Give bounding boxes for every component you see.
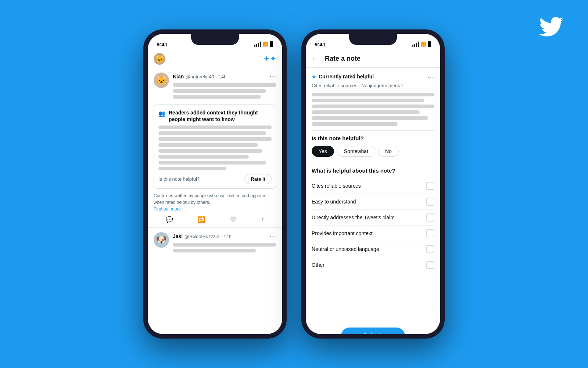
tweet-2-time: 14h (223, 234, 232, 239)
option-no[interactable]: No (378, 146, 399, 157)
checkbox-3[interactable] (426, 213, 434, 222)
tweet-1-username: Kian (173, 74, 184, 79)
star-icon: ★ (312, 74, 316, 79)
notch-1 (191, 34, 239, 45)
checkbox-5[interactable] (426, 245, 434, 253)
tweet-1-dot: · (216, 74, 219, 79)
battery-icon-2: ▊ (428, 42, 431, 47)
rate-header: ← Rate a note (306, 50, 440, 68)
note-card-title: Readers added context they thought peopl… (169, 109, 272, 123)
tweet-1-actions: 💬 🔁 🤍 ↑ (154, 216, 276, 223)
retweet-icon[interactable]: 🔁 (198, 216, 205, 223)
checkbox-6[interactable] (426, 261, 434, 269)
comment-icon[interactable]: 💬 (166, 216, 173, 223)
checkbox-label-5: Neutral or unbiased language (312, 246, 379, 252)
divider-1 (312, 130, 434, 131)
currently-rated-left: ★ Currently rated helpful (312, 74, 374, 79)
signal-bars-2 (412, 42, 419, 47)
tweet-2-user-info: Jasi @SweetSuzzzie · 14h (173, 233, 232, 240)
checkbox-item-3: Directly addresses the Tweet's claim (312, 210, 434, 226)
note-skeleton (158, 125, 272, 170)
feed-avatar: 🐱 (154, 53, 165, 65)
rate-page: ← Rate a note ★ Currently rated helpful … (306, 50, 440, 334)
like-icon[interactable]: 🤍 (229, 216, 237, 223)
tweet-2-username: Jasi (173, 233, 183, 239)
note-footer: Is this note helpful? Rate it (158, 174, 272, 184)
tweet-1-meta: Kian @naturelvr49 · 14h ··· (173, 72, 276, 101)
tweet-1-handle: @naturelvr49 (186, 74, 214, 79)
phone-2: 9:41 📶 ▊ ← Rate a note (301, 29, 445, 339)
share-icon[interactable]: ↑ (261, 216, 264, 223)
phone-1-screen: 9:41 📶 ▊ 🐱 ✦✦ 🐱 (148, 34, 282, 334)
phone-1: 9:41 📶 ▊ 🐱 ✦✦ 🐱 (143, 29, 287, 339)
tweet-1: 🐱 Kian @naturelvr49 · 14h ··· (148, 68, 282, 228)
tweet-2-meta: Jasi @SweetSuzzzie · 14h ··· (173, 232, 276, 255)
battery-icon-1: ▊ (270, 42, 273, 47)
rated-sub: Cites reliable sources · Nonjudgemementa… (312, 83, 434, 88)
note-body-skeleton (312, 93, 434, 126)
checkbox-label-1: Cites reliable sources (312, 183, 361, 189)
what-helpful-question: What is helpful about this note? (312, 167, 434, 174)
notch-2 (349, 34, 397, 45)
phone-2-screen: 9:41 📶 ▊ ← Rate a note (306, 34, 440, 334)
rate-title: Rate a note (325, 55, 361, 63)
tweet-2: 🐶 Jasi @SweetSuzzzie · 14h ··· (148, 228, 282, 259)
tweet-1-dots[interactable]: ··· (270, 72, 276, 80)
rate-it-button[interactable]: Rate it (244, 174, 272, 184)
signal-bars-1 (254, 42, 261, 47)
back-button[interactable]: ← (312, 54, 319, 63)
status-time-1: 9:41 (157, 41, 168, 47)
checkbox-4[interactable] (426, 229, 434, 237)
note-card-header: 👥 Readers added context they thought peo… (158, 109, 272, 123)
divider-2 (312, 163, 434, 163)
checkbox-1[interactable] (426, 182, 434, 190)
phone-container: 9:41 📶 ▊ 🐱 ✦✦ 🐱 (143, 29, 445, 339)
tweet-1-header: 🐱 Kian @naturelvr49 · 14h ··· (154, 72, 276, 101)
sparkle-icon[interactable]: ✦✦ (263, 54, 276, 64)
find-out-more-link[interactable]: Find out more (154, 206, 181, 212)
checkbox-label-6: Other (312, 262, 325, 268)
tweet-2-user-line: Jasi @SweetSuzzzie · 14h ··· (173, 232, 276, 240)
twitter-logo (537, 15, 566, 39)
community-note-card: 👥 Readers added context they thought peo… (154, 105, 276, 189)
tweet-1-time: 14h (219, 74, 227, 79)
wifi-icon-1: 📶 (263, 42, 268, 47)
checkbox-list: Cites reliable sources Easy to understan… (312, 178, 434, 273)
currently-rated-row: ★ Currently rated helpful ··· (312, 74, 434, 81)
option-yes[interactable]: Yes (312, 146, 334, 157)
checkbox-label-3: Directly addresses the Tweet's claim (312, 215, 395, 220)
submit-area: Submit (306, 322, 440, 334)
rated-dots[interactable]: ··· (428, 74, 434, 81)
option-somewhat[interactable]: Somewhat (337, 146, 375, 157)
checkbox-2[interactable] (426, 198, 434, 206)
wifi-icon-2: 📶 (421, 42, 426, 47)
tweet-1-user-info: Kian @naturelvr49 · 14h (173, 73, 226, 80)
helpful-options: Yes Somewhat No (312, 146, 434, 157)
tweet-1-skeleton (173, 83, 276, 101)
checkbox-label-2: Easy to understand (312, 199, 356, 205)
submit-button[interactable]: Submit (341, 328, 405, 334)
checkbox-item-2: Easy to understand (312, 194, 434, 210)
feed-header: 🐱 ✦✦ (148, 50, 282, 68)
tweet-1-user-line: Kian @naturelvr49 · 14h ··· (173, 72, 276, 80)
note-helpful-label: Is this note helpful? (158, 176, 200, 182)
checkbox-label-4: Provides important context (312, 230, 373, 236)
tweet-1-avatar: 🐱 (154, 72, 169, 88)
tweet-2-skeleton (173, 243, 276, 255)
tweet-2-handle: @SweetSuzzzie (184, 234, 219, 239)
readers-icon: 👥 (158, 110, 166, 117)
feed-cat-icon: 🐱 (155, 54, 164, 63)
rated-label: Currently rated helpful (319, 74, 374, 79)
rate-content: ★ Currently rated helpful ··· Cites reli… (306, 68, 440, 322)
helpful-question: Is this note helpful? (312, 135, 434, 141)
checkbox-item-4: Provides important context (312, 226, 434, 241)
checkbox-item-1: Cites reliable sources (312, 178, 434, 194)
context-text: Context is written by people who use Twi… (154, 192, 276, 212)
status-icons-2: 📶 ▊ (412, 42, 431, 47)
status-time-2: 9:41 (315, 41, 326, 47)
checkbox-item-5: Neutral or unbiased language (312, 241, 434, 257)
tweet-2-dots[interactable]: ··· (270, 232, 276, 240)
checkbox-item-6: Other (312, 257, 434, 273)
status-icons-1: 📶 ▊ (254, 42, 273, 47)
tweet-2-header: 🐶 Jasi @SweetSuzzzie · 14h ··· (154, 232, 276, 255)
